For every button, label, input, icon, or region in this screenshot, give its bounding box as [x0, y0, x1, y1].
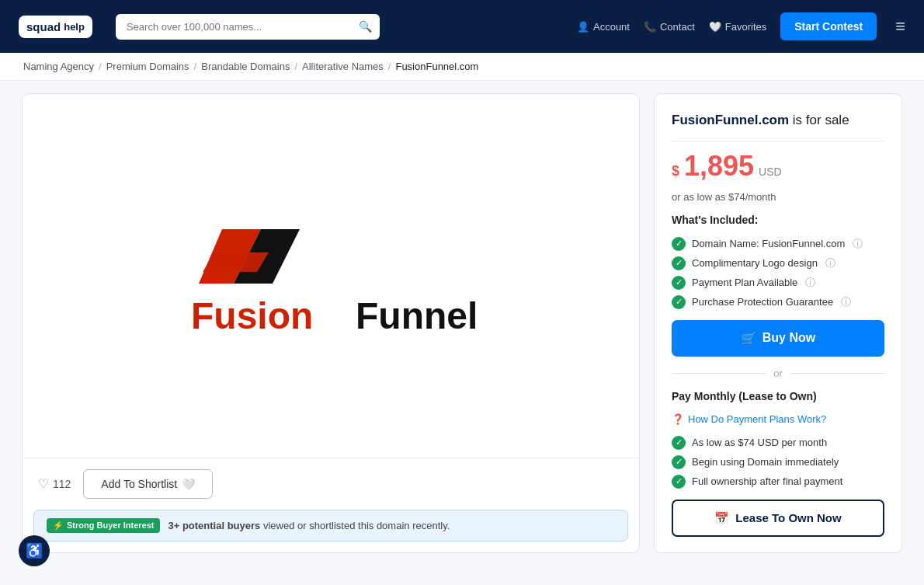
check-icon-payment: ✓ [672, 276, 686, 290]
breadcrumb: Naming Agency / Premium Domains / Branda… [0, 53, 924, 81]
lease-item-ownership: ✓ Full ownership after final payment [672, 475, 884, 489]
heart-icon: ♡ [38, 476, 49, 491]
cart-icon: 🛒 [741, 331, 756, 346]
title-divider [672, 141, 884, 141]
account-icon: 👤 [577, 21, 589, 33]
strong-buyer-badge: ⚡ Strong Buyer Interest [47, 518, 160, 533]
heart-nav-icon: 🤍 [709, 21, 721, 33]
or-separator: or [672, 367, 884, 379]
heart-count: ♡ 112 [38, 476, 71, 491]
buy-now-label: Buy Now [762, 331, 815, 345]
breadcrumb-sep-4: / [388, 61, 391, 72]
breadcrumb-sep-2: / [194, 61, 197, 72]
domain-logo-svg: Fusion Funnel [144, 214, 517, 353]
buyer-text: 3+ potential buyers viewed or shortliste… [168, 520, 450, 531]
price-currency: USD [759, 165, 782, 178]
search-button[interactable]: 🔍 [359, 20, 372, 33]
lease-immediate-text: Begin using Domain immediately [692, 456, 839, 468]
how-payment-link[interactable]: ❓ How Do Payment Plans Work? [672, 413, 884, 425]
lease-items-list: ✓ As low as $74 USD per month ✓ Begin us… [672, 436, 884, 489]
heart-number: 112 [53, 478, 71, 490]
price-main: 1,895 [684, 152, 754, 180]
or-line-left [672, 373, 766, 374]
breadcrumb-brandable-domains[interactable]: Brandable Domains [201, 61, 290, 72]
hamburger-button[interactable]: ≡ [895, 16, 905, 37]
nav-account-label: Account [593, 21, 630, 33]
info-icon-protection[interactable]: ⓘ [841, 295, 851, 309]
domain-preview-card: Fusion Funnel ♡ 112 Add To Shortlist 🤍 ⚡… [22, 93, 640, 553]
domain-logo-display: Fusion Funnel [23, 94, 639, 458]
svg-text:Fusion: Fusion [191, 295, 313, 336]
included-payment-text: Payment Plan Available [692, 277, 797, 288]
logo-box: squadhelp [19, 16, 92, 38]
lease-ownership-text: Full ownership after final payment [692, 475, 842, 487]
shortlist-heart-icon: 🤍 [182, 478, 195, 490]
check-icon-lease-price: ✓ [672, 436, 686, 450]
check-icon-logo: ✓ [672, 256, 686, 270]
header-nav: 👤 Account 📞 Contact 🤍 Favorites Start Co… [577, 12, 905, 40]
svg-text:Funnel: Funnel [356, 295, 478, 336]
included-item-logo: ✓ Complimentary Logo design ⓘ [672, 256, 884, 270]
included-item-domain: ✓ Domain Name: FusionFunnel.com ⓘ [672, 237, 884, 251]
whats-included-title: What's Included: [672, 214, 884, 226]
or-label: or [773, 367, 783, 379]
breadcrumb-sep-3: / [294, 61, 297, 72]
lease-item-price: ✓ As low as $74 USD per month [672, 436, 884, 450]
purchase-panel: FusionFunnel.com is for sale $ 1,895 USD… [654, 93, 902, 553]
domain-name-bold: FusionFunnel.com [672, 113, 789, 127]
info-icon-domain[interactable]: ⓘ [853, 237, 863, 251]
lease-now-label: Lease To Own Now [735, 511, 841, 524]
breadcrumb-current: FusionFunnel.com [395, 61, 478, 72]
search-input[interactable] [116, 14, 380, 40]
pay-monthly-title: Pay Monthly (Lease to Own) [672, 390, 884, 402]
breadcrumb-naming-agency[interactable]: Naming Agency [23, 61, 94, 72]
buyer-interest-banner: ⚡ Strong Buyer Interest 3+ potential buy… [33, 510, 628, 541]
lease-item-immediate: ✓ Begin using Domain immediately [672, 455, 884, 469]
check-icon-protection: ✓ [672, 295, 686, 309]
add-to-shortlist-button[interactable]: Add To Shortlist 🤍 [83, 469, 213, 499]
logo-help: help [64, 21, 85, 33]
nav-account[interactable]: 👤 Account [577, 21, 630, 33]
price-row: $ 1,895 USD [672, 152, 884, 180]
included-domain-text: Domain Name: FusionFunnel.com [692, 238, 845, 249]
calendar-icon: 📅 [714, 511, 729, 525]
breadcrumb-alliterative-names[interactable]: Alliterative Names [302, 61, 384, 72]
domain-title: FusionFunnel.com is for sale [672, 111, 884, 130]
svg-marker-2 [203, 252, 269, 272]
price-monthly: or as low as $74/month [672, 191, 884, 203]
how-payment-label: How Do Payment Plans Work? [688, 413, 826, 425]
nav-contact[interactable]: 📞 Contact [644, 21, 695, 33]
check-icon-lease-ownership: ✓ [672, 475, 686, 489]
logo[interactable]: squadhelp [19, 16, 92, 38]
check-icon-lease-immediate: ✓ [672, 455, 686, 469]
check-icon-domain: ✓ [672, 237, 686, 251]
shortlist-label: Add To Shortlist [101, 478, 177, 490]
accessibility-button[interactable]: ♿ [19, 535, 50, 566]
included-logo-text: Complimentary Logo design [692, 257, 818, 269]
lease-to-own-button[interactable]: 📅 Lease To Own Now [672, 500, 884, 537]
breadcrumb-premium-domains[interactable]: Premium Domains [106, 61, 189, 72]
included-item-payment: ✓ Payment Plan Available ⓘ [672, 276, 884, 290]
included-list: ✓ Domain Name: FusionFunnel.com ⓘ ✓ Comp… [672, 237, 884, 309]
info-icon-logo[interactable]: ⓘ [825, 256, 835, 270]
buy-now-button[interactable]: 🛒 Buy Now [672, 320, 884, 357]
info-icon-payment[interactable]: ⓘ [805, 276, 815, 290]
or-line-right [790, 373, 884, 374]
search-wrap: 🔍 [116, 14, 380, 40]
start-contest-button[interactable]: Start Contest [780, 12, 877, 40]
nav-favorites-label: Favorites [725, 21, 766, 33]
included-item-protection: ✓ Purchase Protection Guarantee ⓘ [672, 295, 884, 309]
lease-price-text: As low as $74 USD per month [692, 437, 827, 448]
question-circle-icon: ❓ [672, 413, 684, 425]
lightning-icon: ⚡ [53, 521, 64, 531]
dollar-sign: $ [672, 163, 679, 179]
header: squadhelp 🔍 👤 Account 📞 Contact 🤍 Favori… [0, 0, 924, 53]
buyer-badge-label: Strong Buyer Interest [67, 521, 154, 530]
logo-sq: squad [26, 20, 61, 33]
nav-contact-label: Contact [660, 21, 695, 33]
nav-favorites[interactable]: 🤍 Favorites [709, 21, 766, 33]
phone-icon: 📞 [644, 21, 656, 33]
card-footer: ♡ 112 Add To Shortlist 🤍 [23, 458, 639, 510]
main-content: Fusion Funnel ♡ 112 Add To Shortlist 🤍 ⚡… [0, 81, 924, 576]
included-protection-text: Purchase Protection Guarantee [692, 296, 833, 308]
